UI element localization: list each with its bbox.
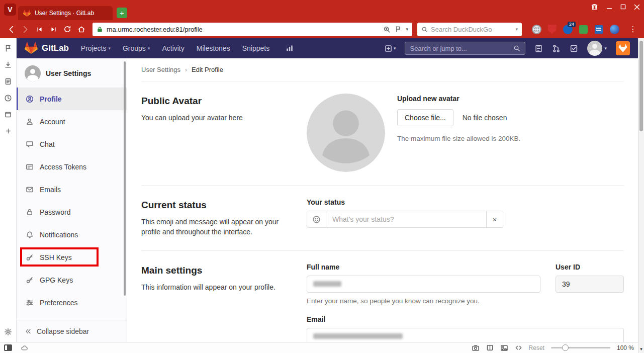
page-tiling-icon[interactable] — [486, 344, 494, 351]
user-menu[interactable]: ▾ — [587, 41, 607, 56]
sidebar-item-notifications[interactable]: Notifications — [17, 223, 127, 246]
breadcrumb: User Settings › Edit Profile — [141, 58, 624, 81]
emoji-picker-button[interactable] — [307, 211, 326, 227]
sidebar-item-profile[interactable]: Profile — [17, 87, 127, 110]
panel-history-icon[interactable] — [4, 94, 12, 102]
sidebar-item-emails[interactable]: Emails — [17, 178, 127, 201]
capture-page-icon[interactable] — [472, 344, 480, 352]
panel-window-icon[interactable] — [4, 111, 12, 119]
settings-gear-icon[interactable] — [4, 328, 12, 336]
nav-projects[interactable]: Projects▾ — [81, 44, 111, 52]
zoom-reset-button[interactable]: Reset — [529, 344, 544, 351]
admin-area-icon[interactable] — [616, 41, 630, 55]
url-input[interactable] — [107, 26, 380, 33]
emails-icon — [26, 186, 34, 194]
redacted-email — [313, 333, 403, 339]
panel-bookmarks-icon[interactable] — [4, 44, 12, 52]
extension-ublock-icon[interactable] — [547, 24, 557, 34]
sidebar-title: User Settings — [46, 69, 91, 77]
urlbar-dropdown-icon[interactable]: ▾ — [406, 27, 408, 32]
scrollbar-down-arrow-icon[interactable]: ▾ — [638, 346, 644, 351]
nav-activity[interactable]: Activity — [162, 44, 184, 52]
notifications-icon — [26, 231, 34, 239]
email-label: Email — [307, 315, 624, 323]
sidebar-item-access-tokens[interactable]: Access Tokens — [17, 155, 127, 178]
maximize-button[interactable] — [620, 4, 626, 10]
sidebar-scrollbar-thumb[interactable] — [124, 61, 126, 296]
minimize-button[interactable] — [606, 4, 612, 10]
panel-add-icon[interactable] — [5, 127, 12, 135]
page-actions-icon[interactable] — [515, 344, 522, 351]
gitlab-search-box[interactable] — [405, 42, 525, 55]
back-button[interactable] — [4, 22, 18, 36]
page-scrollbar[interactable]: ▾ — [638, 38, 644, 353]
gitlab-search-input[interactable] — [410, 45, 510, 52]
browser-toolbar: ▾ ▾ 24 ⋮ — [0, 20, 644, 38]
home-button[interactable] — [74, 22, 88, 36]
sidebar-item-account[interactable]: Account — [17, 110, 127, 133]
collapse-sidebar-button[interactable]: Collapse sidebar — [17, 320, 127, 342]
gitlab-logo[interactable]: GitLab — [25, 42, 69, 55]
zoom-slider[interactable] — [551, 347, 610, 348]
page-scrollbar-thumb[interactable] — [639, 41, 643, 131]
zoom-page-icon[interactable] — [383, 26, 391, 33]
current-avatar-image — [307, 94, 385, 172]
rewind-icon[interactable] — [32, 22, 46, 36]
sync-cloud-icon[interactable] — [20, 344, 29, 351]
breadcrumb-parent[interactable]: User Settings — [141, 66, 180, 73]
todos-icon[interactable] — [570, 44, 578, 53]
search-icon — [513, 45, 520, 52]
close-button[interactable] — [634, 4, 640, 10]
browser-tab[interactable]: User Settings · GitLab — [18, 6, 113, 20]
search-dropdown-icon[interactable]: ▾ — [515, 27, 518, 32]
nav-groups[interactable]: Groups▾ — [123, 44, 150, 52]
fast-forward-icon[interactable] — [46, 22, 60, 36]
new-dropdown[interactable]: ▾ — [385, 45, 396, 52]
new-tab-button[interactable]: + — [117, 8, 127, 18]
extension-table-icon[interactable] — [594, 24, 604, 34]
user-id-input[interactable] — [556, 276, 624, 293]
nav-snippets[interactable]: Snippets — [242, 44, 269, 52]
bookmark-flag-icon[interactable] — [395, 26, 402, 33]
panel-toggle-icon[interactable] — [4, 344, 12, 351]
vivaldi-logo-icon[interactable]: V — [4, 4, 16, 16]
reload-button[interactable] — [60, 22, 74, 36]
panel-downloads-icon[interactable] — [4, 61, 12, 69]
search-engine-icon[interactable] — [421, 26, 428, 33]
charts-icon[interactable] — [286, 44, 294, 52]
sidebar-item-chat[interactable]: Chat — [17, 133, 127, 155]
choose-file-button[interactable]: Choose file... — [397, 109, 453, 126]
sidebar-item-preferences[interactable]: Preferences — [17, 291, 127, 314]
profile-content: User Settings › Edit Profile Public Avat… — [127, 58, 638, 342]
sidebar-item-password[interactable]: Password — [17, 201, 127, 223]
email-input[interactable] — [307, 328, 624, 342]
web-search-box[interactable]: ▾ — [417, 23, 522, 36]
https-padlock-icon[interactable] — [97, 26, 103, 33]
extension-globe-icon[interactable] — [531, 24, 541, 34]
collapse-chevrons-icon — [25, 328, 32, 335]
extension-firefox-icon[interactable] — [609, 24, 619, 34]
trash-closed-tabs-icon[interactable] — [591, 3, 598, 11]
clear-status-button[interactable]: × — [486, 211, 503, 227]
merge-requests-icon[interactable] — [552, 44, 561, 53]
public-avatar-section: Public Avatar You can upload your avatar… — [141, 81, 624, 186]
issues-icon[interactable] — [534, 44, 543, 53]
section-title: Main settings — [141, 265, 289, 276]
extension-badge-icon[interactable]: 24 — [563, 24, 573, 34]
browser-menu-icon[interactable]: ⋮ — [628, 25, 638, 34]
panel-notes-icon[interactable] — [4, 77, 12, 85]
sidebar-item-gpg-keys[interactable]: GPG Keys — [17, 269, 127, 291]
settings-sidebar: User Settings Profile Account Chat Acces… — [17, 58, 127, 342]
sidebar-item-ssh-keys[interactable]: SSH Keys — [17, 246, 127, 269]
address-bar[interactable]: ▾ — [93, 23, 412, 36]
forward-button[interactable] — [18, 22, 32, 36]
extension-green-icon[interactable] — [578, 24, 588, 34]
current-status-section: Current status This emoji and message wi… — [141, 186, 624, 251]
toggle-images-icon[interactable] — [500, 344, 508, 352]
status-message-input[interactable] — [326, 211, 486, 227]
full-name-input[interactable] — [307, 276, 540, 293]
user-id-label: User ID — [556, 263, 624, 271]
zoom-slider-handle[interactable] — [562, 344, 569, 351]
nav-milestones[interactable]: Milestones — [197, 44, 230, 52]
web-search-input[interactable] — [431, 26, 512, 33]
